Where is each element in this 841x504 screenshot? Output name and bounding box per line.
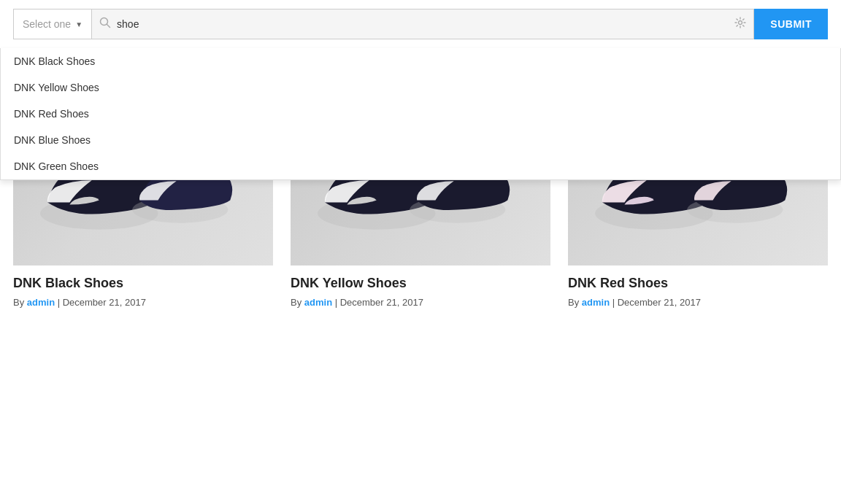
search-wrapper: DNK Black Shoes DNK Yellow Shoes DNK Red…	[92, 9, 754, 39]
svg-line-1	[107, 25, 110, 28]
header: Select one ▼ DNK Black Shoes DNK Yellow …	[0, 0, 841, 48]
autocomplete-item[interactable]: DNK Yellow Shoes	[1, 74, 840, 101]
search-icon	[99, 17, 111, 31]
product-author[interactable]: admin	[27, 297, 55, 308]
product-title: DNK Black Shoes	[13, 276, 273, 291]
svg-point-2	[739, 21, 742, 25]
submit-button[interactable]: SUBMIT	[754, 9, 828, 39]
product-author[interactable]: admin	[582, 297, 610, 308]
chevron-down-icon: ▼	[75, 20, 82, 28]
search-input[interactable]	[117, 9, 729, 39]
product-meta: By admin | December 21, 2017	[291, 297, 550, 308]
autocomplete-item[interactable]: DNK Blue Shoes	[1, 127, 840, 153]
product-meta: By admin | December 21, 2017	[13, 297, 273, 308]
product-author[interactable]: admin	[304, 297, 332, 308]
product-title: DNK Red Shoes	[568, 276, 828, 291]
autocomplete-item[interactable]: DNK Black Shoes	[1, 48, 840, 74]
autocomplete-item[interactable]: DNK Green Shoes	[1, 153, 840, 179]
gear-icon[interactable]	[734, 17, 746, 31]
autocomplete-dropdown: DNK Black Shoes DNK Yellow Shoes DNK Red…	[0, 48, 841, 180]
product-title: DNK Yellow Shoes	[291, 276, 550, 291]
select-dropdown[interactable]: Select one ▼	[13, 9, 92, 39]
select-label: Select one	[23, 18, 71, 30]
autocomplete-item[interactable]: DNK Red Shoes	[1, 101, 840, 127]
product-meta: By admin | December 21, 2017	[568, 297, 828, 308]
search-bar	[92, 9, 754, 39]
